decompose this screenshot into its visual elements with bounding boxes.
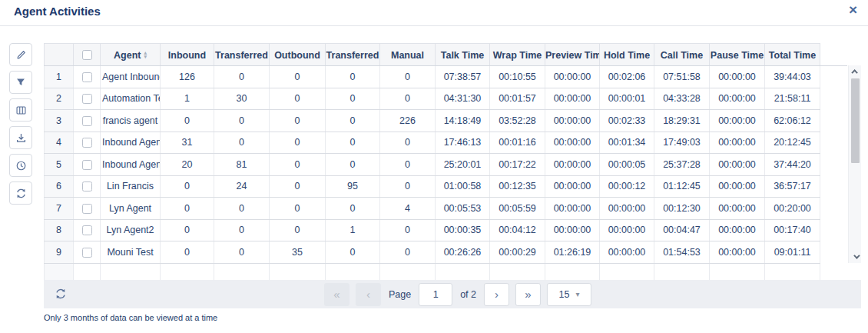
columns-button[interactable] (9, 98, 32, 122)
data-cell: 00:00:00 (710, 219, 765, 241)
row-checkbox[interactable] (82, 138, 92, 148)
columns-icon (15, 105, 27, 116)
row-checkbox[interactable] (82, 72, 92, 82)
page-of-label: of 2 (460, 289, 476, 300)
refresh-button[interactable] (9, 181, 32, 205)
row-checkbox-cell (74, 219, 101, 241)
row-checkbox-cell (74, 154, 101, 176)
row-checkbox-cell (74, 132, 101, 154)
table-row: 9Mouni Test00350000:26:2600:00:2901:26:1… (45, 241, 848, 264)
data-cell: 20 (161, 154, 214, 176)
data-cell: 1 (161, 88, 214, 110)
row-checkbox[interactable] (82, 116, 92, 126)
row-checkbox[interactable] (82, 204, 92, 214)
close-icon[interactable]: × (846, 2, 860, 19)
row-number-cell: 7 (45, 198, 74, 220)
row-checkbox[interactable] (82, 94, 92, 104)
data-cell: 0 (326, 241, 380, 264)
pencil-icon (15, 49, 27, 61)
column-header-transferred[interactable]: Transferred (214, 44, 270, 66)
table-row: 6Lin Francis024095001:00:5800:12:3500:00… (45, 175, 848, 198)
row-number-cell: 1 (45, 66, 74, 88)
pager-refresh-button[interactable] (55, 288, 67, 303)
scroll-down-icon[interactable] (849, 251, 862, 262)
toolbar (9, 43, 32, 209)
column-header-transferred[interactable]: Transferred (326, 44, 380, 66)
data-cell (436, 263, 490, 280)
first-page-button[interactable]: « (324, 283, 350, 306)
row-number-cell: 4 (45, 132, 74, 154)
column-header-manual[interactable]: Manual (380, 44, 436, 66)
agent-name-cell: Lin Francis (101, 175, 161, 198)
column-header-inbound[interactable]: Inbound (161, 44, 214, 66)
row-number-cell: 9 (45, 241, 74, 264)
data-cell: 00:00:12 (600, 175, 654, 198)
prev-page-button[interactable]: ‹ (356, 283, 381, 306)
column-header-talk-time[interactable]: Talk Time (436, 44, 490, 66)
row-checkbox[interactable] (82, 225, 92, 235)
data-cell: 36:57:17 (765, 175, 820, 198)
data-cell: 4 (380, 198, 436, 220)
data-cell: 00:20:00 (765, 198, 820, 220)
data-cell: 00:00:00 (545, 110, 600, 132)
data-cell: 126 (161, 66, 214, 88)
table-row: 5Inbound Agent1208100025:20:0100:17:2200… (45, 154, 848, 176)
data-cell (490, 263, 545, 280)
column-header-agent[interactable]: Agent▴▾ (101, 44, 161, 66)
row-checkbox[interactable] (82, 160, 92, 170)
select-all-checkbox[interactable] (82, 50, 92, 60)
download-icon (15, 132, 27, 144)
edit-button[interactable] (9, 43, 32, 66)
refresh-icon (15, 188, 27, 199)
row-filler (820, 132, 848, 154)
column-header-outbound[interactable]: Outbound (270, 44, 326, 66)
vertical-scrollbar[interactable] (848, 65, 861, 263)
data-cell: 09:01:11 (765, 241, 820, 264)
column-header-pause-time[interactable]: Pause Time (710, 44, 765, 66)
column-header-preview-time[interactable]: Preview Time (545, 44, 600, 66)
agent-activities-dialog: Agent Activities × (0, 0, 868, 333)
row-number-cell: 5 (45, 154, 74, 176)
data-cell: 00:12:30 (654, 198, 710, 220)
filter-button[interactable] (9, 71, 32, 94)
data-cell: 25:20:01 (436, 154, 490, 176)
data-cell: 00:00:00 (545, 175, 600, 198)
column-header-wrap-time[interactable]: Wrap Time (490, 44, 545, 66)
row-checkbox-cell (74, 198, 101, 220)
data-cell: 0 (270, 175, 326, 198)
data-cell (654, 263, 710, 280)
data-cell (270, 263, 326, 280)
last-page-button[interactable]: » (515, 283, 541, 306)
data-cell: 25:37:28 (654, 154, 710, 176)
download-button[interactable] (9, 126, 32, 149)
data-cell: 00:17:40 (765, 219, 820, 241)
data-cell: 00:00:00 (545, 88, 600, 110)
data-cell: 00:00:00 (545, 198, 600, 220)
row-number-cell: 2 (45, 88, 74, 110)
column-header-call-time[interactable]: Call Time (654, 44, 710, 66)
column-header-total-time[interactable]: Total Time (765, 44, 820, 66)
data-cell: 31 (161, 132, 214, 154)
data-cell: 01:54:53 (654, 241, 710, 264)
page-number-input[interactable] (419, 283, 452, 306)
row-checkbox[interactable] (82, 248, 92, 258)
data-cell (545, 263, 600, 280)
data-cell (214, 263, 270, 280)
table-row: 2Automation Tes13000004:31:3000:01:5700:… (45, 88, 848, 110)
data-cell: 00:00:00 (710, 154, 765, 176)
column-header-hold-time[interactable]: Hold Time (600, 44, 654, 66)
history-button[interactable] (9, 154, 32, 177)
data-cell: 0 (270, 198, 326, 220)
data-cell: 00:00:00 (545, 66, 600, 88)
data-cell: 04:31:30 (436, 88, 490, 110)
data-cell: 0 (270, 154, 326, 176)
row-checkbox[interactable] (82, 181, 92, 191)
data-cell: 0 (270, 132, 326, 154)
data-cell (161, 263, 214, 280)
scrollbar-thumb[interactable] (851, 78, 860, 163)
data-cell: 0 (380, 241, 436, 264)
page-size-dropdown[interactable]: 15 ▾ (547, 283, 591, 306)
next-page-button[interactable]: › (484, 283, 509, 306)
data-cell: 00:00:00 (600, 241, 654, 264)
scroll-up-icon[interactable] (849, 66, 862, 77)
